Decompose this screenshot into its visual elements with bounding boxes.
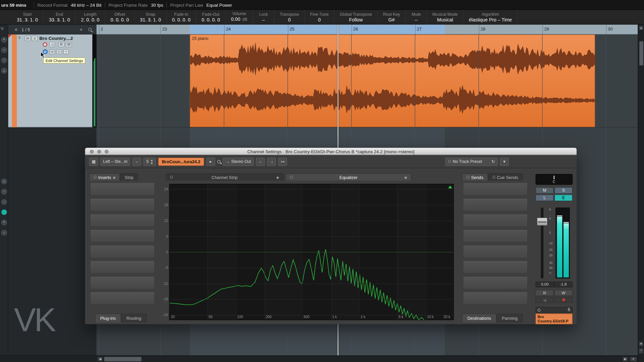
- insert-slot[interactable]: [90, 230, 155, 243]
- eq-spectrum-display[interactable]: 20501002005001 k2 k5 k10 k20 k: [169, 184, 454, 320]
- vertical-zoom-button[interactable]: +: [639, 348, 644, 354]
- info-field-fade-out[interactable]: Fade-Out0. 0. 0. 0: [196, 10, 226, 24]
- inserts-settings-icon[interactable]: ◆: [113, 174, 115, 181]
- channel-number-stepper[interactable]: 5 ▲▼: [144, 158, 156, 166]
- window-title-bar[interactable]: Channel Settings : Bro Country-EGtrDI-Pw…: [85, 148, 577, 155]
- channel-name-box[interactable]: Bro Country-EGtrDI-P: [536, 314, 573, 324]
- tab-routing[interactable]: Routing: [121, 314, 147, 323]
- info-field-start[interactable]: Start31. 3. 1. 0: [11, 10, 44, 24]
- tool-icon[interactable]: ○: [1, 189, 7, 194]
- info-field-snap[interactable]: Snap31. 3. 1. 0: [135, 10, 167, 24]
- write-automation-button[interactable]: W: [66, 42, 72, 47]
- track-preset-select[interactable]: No Track Preset ↻: [445, 158, 498, 166]
- close-window-button[interactable]: [90, 149, 94, 153]
- info-field-algorithm[interactable]: Algorithmélastique Pro – Time: [464, 10, 518, 24]
- tab-panning[interactable]: Panning: [496, 314, 523, 323]
- volume-fader-handle[interactable]: [537, 218, 547, 226]
- tool-icon[interactable]: ◇: [1, 179, 7, 184]
- tab-destinations[interactable]: Destinations: [462, 314, 497, 323]
- insert-slot[interactable]: [90, 261, 155, 274]
- info-field-transpose[interactable]: Transpose0: [274, 10, 305, 24]
- tab-plugins[interactable]: Plug-ins: [95, 314, 121, 323]
- insert-slot[interactable]: [90, 292, 155, 305]
- window-options-icon[interactable]: ▾: [500, 158, 509, 166]
- write-automation-button[interactable]: W: [554, 290, 573, 296]
- track-list-menu-icon[interactable]: ≡: [15, 27, 17, 32]
- tab-strip[interactable]: Strip: [120, 173, 138, 181]
- nav-back-icon[interactable]: ←: [256, 158, 265, 166]
- sends-bypass-icon[interactable]: ~: [63, 49, 69, 54]
- monitor-button[interactable]: ◁: [49, 42, 55, 47]
- info-field-offset[interactable]: Offset0. 0. 0. 0: [105, 10, 135, 24]
- mute-button[interactable]: m: [24, 36, 31, 41]
- tool-icon[interactable]: ≡: [1, 220, 7, 225]
- tool-icon-active[interactable]: □: [1, 209, 7, 215]
- record-enable-button[interactable]: [554, 297, 573, 303]
- info-field-mute[interactable]: Mute–: [406, 10, 427, 24]
- vertical-scrollbar[interactable]: ▲ ▼ +: [638, 24, 644, 362]
- nav-forward-icon[interactable]: →: [267, 158, 276, 166]
- insert-slot[interactable]: [90, 199, 155, 212]
- tool-icon[interactable]: □: [1, 57, 7, 63]
- info-field-fine-tune[interactable]: Fine-Tune0: [305, 10, 334, 24]
- send-slot[interactable]: [463, 214, 528, 227]
- insert-bypass-icon[interactable]: -o-: [49, 49, 55, 54]
- channel-listen-button[interactable]: L: [536, 194, 554, 201]
- horizontal-scroll-thumb[interactable]: [104, 357, 142, 362]
- send-slot[interactable]: [463, 183, 528, 196]
- tab-inserts[interactable]: Inserts ◆: [89, 173, 120, 181]
- channel-name-field[interactable]: BroCoun...tura24.2: [158, 158, 204, 166]
- read-automation-button[interactable]: R: [58, 42, 64, 47]
- insert-slot[interactable]: [90, 245, 155, 258]
- input-routing-select[interactable]: Left – Ste...In: [100, 158, 130, 166]
- info-field-fade-in[interactable]: Fade-In0. 0. 0. 0: [167, 10, 196, 24]
- tab-cue-sends[interactable]: Cue Sends: [488, 173, 523, 181]
- output-routing-select[interactable]: → Stereo Out: [223, 158, 254, 166]
- send-slot[interactable]: [463, 199, 528, 212]
- send-slot[interactable]: [463, 245, 528, 258]
- tool-icon[interactable]: ≡: [1, 37, 7, 43]
- send-slot[interactable]: [463, 277, 528, 289]
- send-slot[interactable]: [463, 292, 528, 305]
- channel-search-icon[interactable]: [217, 160, 221, 163]
- tool-icon[interactable]: ○: [1, 230, 7, 236]
- scroll-left-icon[interactable]: ◀: [97, 357, 103, 362]
- channel-overview-icon[interactable]: ▦: [89, 158, 98, 166]
- add-track-icon[interactable]: +: [80, 26, 83, 32]
- audio-event[interactable]: 25 piano: [190, 35, 595, 127]
- zoom-window-button[interactable]: [105, 149, 108, 153]
- info-field-lock[interactable]: Lock–: [253, 10, 274, 24]
- tab-sends[interactable]: Sends: [462, 173, 488, 181]
- audio-track-header[interactable]: 5 m s Bro Country....2 ◁ R W e -o- ◇ ~ E…: [8, 35, 92, 127]
- info-field-musical-mode[interactable]: Musical ModeMusical: [427, 10, 464, 24]
- meter-peak-value[interactable]: -1.8: [554, 282, 573, 287]
- info-field-volume[interactable]: Volume0.00dB: [226, 10, 253, 24]
- channel-solo-button[interactable]: S: [554, 187, 573, 194]
- tool-icon[interactable]: △: [1, 68, 7, 73]
- insert-slot[interactable]: [90, 214, 155, 227]
- insert-slot[interactable]: [90, 277, 155, 289]
- record-enable-button[interactable]: [43, 42, 47, 47]
- minimize-window-button[interactable]: [97, 149, 101, 153]
- scroll-right-icon[interactable]: ▶: [623, 357, 628, 362]
- pan-control[interactable]: C: [536, 174, 573, 185]
- send-slot[interactable]: [463, 230, 528, 243]
- tool-icon[interactable]: ○: [1, 47, 7, 53]
- timeline-ruler[interactable]: 22324252627282930: [97, 24, 638, 34]
- info-field-root-key[interactable]: Root KeyG#: [378, 10, 406, 24]
- vertical-scroll-thumb[interactable]: [639, 41, 643, 65]
- info-field-length[interactable]: Length2. 0. 0. 0: [76, 10, 105, 24]
- channel-color-icon[interactable]: [538, 309, 541, 312]
- monitor-button[interactable]: ◁: [536, 297, 554, 303]
- insert-slot[interactable]: [90, 183, 155, 196]
- eq-bypass-icon[interactable]: ◇: [56, 49, 62, 54]
- info-field-end[interactable]: End33. 3. 1. 0: [44, 10, 76, 24]
- horizontal-scrollbar[interactable]: ◀ ▶ ▾: [97, 355, 638, 362]
- zoom-preset-button[interactable]: ▾: [630, 357, 637, 362]
- track-name[interactable]: Bro Country....2: [40, 36, 73, 41]
- scroll-up-icon[interactable]: ▲: [639, 25, 644, 31]
- scroll-down-icon[interactable]: ▼: [639, 342, 644, 347]
- read-automation-button[interactable]: R: [536, 290, 554, 296]
- tool-icon[interactable]: □: [1, 199, 7, 205]
- open-in-project-icon[interactable]: ↦: [278, 158, 287, 166]
